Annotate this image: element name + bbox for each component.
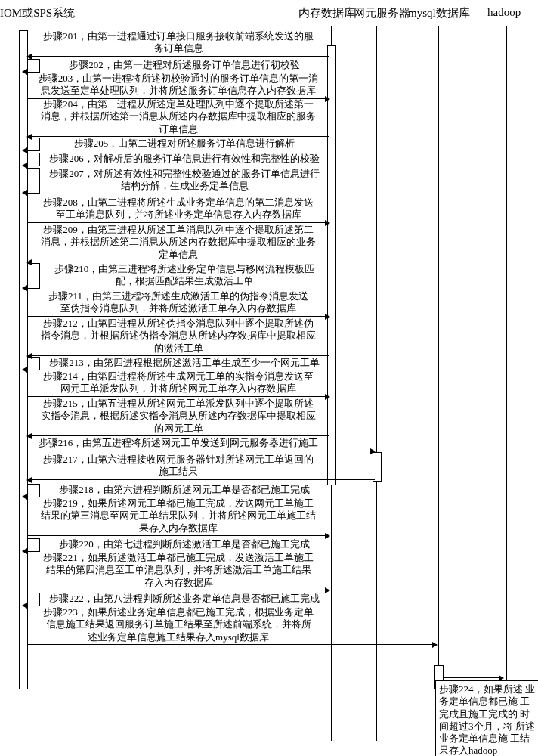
step-text-1: 步骤202，由第一进程对所述服务订单信息进行初校验 [42, 59, 326, 71]
actor-ne: 网元服务器 [354, 6, 410, 20]
step-text-7: 步骤208，由第二进程将所述生成业务定单信息的第二消息发送 至工单消息队列，并将… [32, 197, 325, 222]
actor-front: IOM或SPS系统 [0, 6, 75, 20]
step-text-2: 步骤203，由第一进程将所述初校验通过的服务订单信息的第一消 息发送至定单处理队… [32, 73, 325, 98]
self-arrow-19 [27, 538, 40, 552]
arrow-224 [443, 677, 503, 678]
step-224-box: 步骤224，如果所述 业务定单信息都已施 工完成且施工完成的 时间超过3个月，将… [435, 680, 538, 756]
self-arrow-17 [27, 484, 40, 497]
arrow-3 [27, 136, 329, 137]
lifeline-mysql [438, 26, 439, 741]
step-text-19: 步骤220，由第七进程判断所述激活工单是否都已施工完成 [42, 538, 326, 550]
step-text-6: 步骤207，对所述有效性和完整性校验通过的服务订单信息进行 结构分解，生成业务定… [42, 168, 326, 193]
self-arrow-9 [27, 263, 40, 289]
step-text-0: 步骤201，由第一进程通过订单接口服务接收前端系统发送的服 务订单信息 [32, 30, 325, 55]
step-text-11: 步骤212，由第四进程从所述伪指令消息队列中逐个提取所述伪 指令消息，并根据所述… [32, 318, 325, 355]
step-text-9: 步骤210，由第三进程将所述业务定单信息与移网流程模板匹 配，根据匹配结果生成激… [42, 263, 326, 288]
arrow-11 [27, 355, 329, 356]
step-text-22: 步骤223，如果所述业务定单信息都已施工完成，根据业务定单 信息施工结果返回服务… [32, 606, 325, 643]
step-text-5: 步骤206，对解析后的服务订单信息进行有效性和完整性的校验 [42, 153, 326, 165]
arrow-22 [27, 644, 437, 645]
arrow-13 [27, 396, 329, 397]
self-arrow-1 [27, 59, 40, 73]
step-text-14: 步骤215，由第五进程从所述网元工单派发队列中逐个提取所述 实指令消息，根据所述… [32, 398, 325, 435]
step-text-3: 步骤204，由第二进程从所述定单处理队列中逐个提取所述第一 消息，并根据所述第一… [32, 98, 325, 135]
step-text-16: 步骤217，由第六进程接收网元服务器针对所述网元工单返回的 施工结果 [32, 454, 325, 479]
lifeline-ne [376, 26, 377, 741]
self-arrow-5 [27, 153, 40, 166]
step-text-21: 步骤222，由第八进程判断所述业务定单信息是否都已施工完成 [42, 593, 326, 605]
step-text-8: 步骤209，由第三进程从所述工单消息队列中逐个提取所述第二 消息，并根据所述第二… [32, 224, 325, 261]
step-text-13: 步骤214，由第四进程将所述生成网元工单的实指令消息发送至 网元工单派发队列，并… [32, 370, 325, 395]
step-text-4: 步骤205，由第二进程对所述服务订单信息进行解析 [42, 138, 326, 150]
step-text-18: 步骤219，如果所述网元工单都已施工完成，发送网元工单施工 结果的第三消息至网元… [32, 497, 325, 534]
step-text-12: 步骤213，由第四进程根据所述激活工单生成至少一个网元工单 [42, 357, 326, 369]
arrow-10 [27, 316, 329, 317]
arrow-7 [27, 222, 329, 223]
step-text-17: 步骤218，由第六进程判断所述网元工单是否都已施工完成 [42, 484, 326, 496]
step-text-15: 步骤216，由第五进程将所述网元工单发送到网元服务器进行施工 [32, 437, 325, 449]
actor-memdb: 内存数据库 [298, 6, 355, 20]
step-text-20: 步骤221，如果所述激活工单都已施工完成，发送激活工单施工 结果的第四消息至工单… [32, 552, 325, 589]
actor-mysql: mysql数据库 [408, 6, 470, 20]
actor-hadoop: hadoop [487, 6, 521, 19]
self-arrow-12 [27, 357, 40, 370]
self-arrow-21 [27, 593, 40, 606]
arrow-15 [27, 451, 375, 451]
arrow-14 [27, 435, 329, 436]
activation-2 [373, 452, 382, 482]
arrow-0 [27, 56, 329, 57]
lifeline-hadoop [506, 26, 507, 741]
arrow-20 [27, 590, 329, 590]
activation-1 [327, 45, 336, 485]
arrow-8 [27, 262, 329, 262]
self-arrow-6 [27, 168, 40, 194]
arrow-18 [27, 535, 329, 536]
arrow-16 [27, 479, 375, 480]
step-text-10: 步骤211，由第三进程将所述生成激活工单的伪指令消息发送 至伪指令消息队列，并将… [32, 290, 325, 315]
self-arrow-4 [27, 138, 40, 151]
